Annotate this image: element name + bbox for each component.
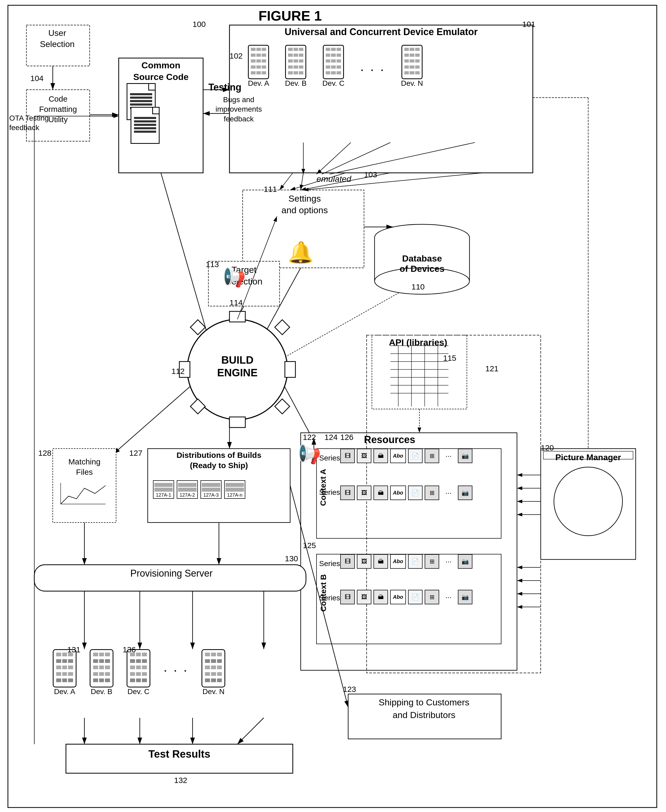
svg-rect-30 bbox=[541, 449, 636, 559]
ref-120: 120 bbox=[541, 443, 554, 452]
svg-line-23 bbox=[114, 377, 201, 454]
svg-line-60 bbox=[237, 718, 264, 744]
distributions-label: Distributions of Builds (Ready to Ship) bbox=[149, 450, 289, 470]
bottom-dev-a: Dev. A bbox=[53, 687, 76, 696]
ota-testing-label: OTA Testing feedback bbox=[9, 114, 49, 133]
context-b-label: Context B bbox=[319, 574, 328, 612]
ref-131: 131 bbox=[67, 645, 81, 654]
svg-rect-27 bbox=[301, 433, 517, 670]
svg-point-63 bbox=[374, 224, 470, 251]
common-source-code-label: CommonSource Code bbox=[121, 59, 201, 83]
svg-line-21 bbox=[277, 280, 422, 361]
target-megaphone-icon: 📢 bbox=[223, 267, 246, 288]
svg-rect-74 bbox=[275, 320, 290, 335]
picture-manager-label: Picture Manager bbox=[543, 452, 633, 462]
ref-123: 123 bbox=[343, 685, 356, 694]
ref-128: 128 bbox=[38, 449, 51, 457]
matching-files-chart bbox=[58, 480, 108, 507]
bugs-feedback-label: Bugs and improvements feedback bbox=[206, 95, 272, 124]
svg-line-14 bbox=[322, 142, 391, 174]
svg-line-13 bbox=[317, 142, 351, 174]
context-b-series1-icons: 🎞 🖼 🏔 Abo 📄 ⊞ ··· 📷 bbox=[340, 554, 472, 569]
svg-line-15 bbox=[330, 142, 475, 174]
context-b-series-n-icons: 🎞 🖼 🏔 Abo 📄 ⊞ ··· 📷 bbox=[340, 590, 472, 604]
resources-megaphone-icon: 📢 bbox=[298, 443, 321, 465]
ref-110: 110 bbox=[412, 282, 425, 291]
database-label: Database of Devices bbox=[391, 253, 454, 274]
dev-a-label: Dev. A bbox=[248, 79, 269, 87]
ref-132: 132 bbox=[174, 776, 187, 785]
svg-rect-73 bbox=[190, 320, 206, 335]
universal-emulator-label: Universal and Concurrent Device Emulator bbox=[231, 26, 531, 38]
ref-122: 122 bbox=[303, 433, 316, 442]
provisioning-server-label: Provisioning Server bbox=[66, 568, 277, 579]
svg-point-31 bbox=[554, 467, 623, 536]
svg-rect-69 bbox=[229, 311, 245, 322]
svg-rect-70 bbox=[229, 417, 245, 427]
testing-label: Testing bbox=[208, 82, 241, 93]
build-distribution-boxes: 127A-1 127A-2 127A-3 127A-n bbox=[153, 480, 245, 499]
settings-options-label: Settings and options bbox=[248, 193, 361, 216]
ref-114: 114 bbox=[229, 298, 243, 307]
dev-b-label: Dev. B bbox=[285, 79, 307, 87]
ref-113: 113 bbox=[206, 260, 219, 269]
bottom-dev-c: Dev. C bbox=[127, 687, 150, 696]
bottom-dev-b: Dev. B bbox=[90, 687, 114, 696]
settings-icon: 🔔 bbox=[287, 240, 314, 265]
ref-136: 136 bbox=[123, 645, 136, 654]
api-libraries-label: API (libraries) bbox=[377, 337, 459, 348]
emulated-label: emulated bbox=[317, 174, 351, 184]
shipping-label: Shipping to Customers and Distributors bbox=[351, 696, 497, 721]
ref-111: 111 bbox=[264, 185, 277, 194]
ref-127: 127 bbox=[129, 449, 142, 457]
ref-115: 115 bbox=[443, 353, 456, 363]
svg-line-20 bbox=[229, 306, 244, 332]
svg-rect-88 bbox=[367, 335, 541, 673]
ref-125: 125 bbox=[303, 541, 316, 550]
common-source-doc-icons bbox=[123, 82, 160, 145]
context-a-label: Context A bbox=[319, 469, 328, 506]
ref-121: 121 bbox=[485, 364, 498, 373]
svg-line-22 bbox=[161, 173, 208, 338]
dev-n-label: Dev. N bbox=[401, 79, 423, 87]
context-a-series-n-icons: 🎞 🖼 🏔 Abo 📄 ⊞ ··· 📷 bbox=[340, 485, 472, 500]
build-engine-label: BUILD ENGINE bbox=[210, 353, 265, 379]
resources-label: Resources bbox=[364, 434, 415, 446]
ref-104: 104 bbox=[30, 74, 43, 83]
svg-rect-76 bbox=[275, 399, 290, 414]
diagram-container: FIGURE 1 User Selection 104 Code Formatt… bbox=[0, 0, 666, 812]
user-selection-label: User Selection bbox=[30, 28, 85, 50]
test-results-label: Test Results bbox=[69, 748, 290, 760]
ref-101: 101 bbox=[522, 20, 536, 29]
matching-files-label: Matching Files bbox=[54, 457, 115, 477]
ref-112: 112 bbox=[171, 367, 185, 376]
emulator-devices: Dev. A Dev. B Dev. C · · · bbox=[248, 45, 423, 87]
svg-rect-72 bbox=[285, 361, 295, 377]
bottom-phones: Dev. A Dev. B Dev. C · · · bbox=[53, 649, 225, 696]
context-a-series1-icons: 🎞 🖼 🏔 Abo 📄 ⊞ ··· 📷 bbox=[340, 449, 498, 463]
ref-126: 126 bbox=[340, 433, 353, 442]
figure-title: FIGURE 1 bbox=[259, 8, 322, 24]
ref-102: 102 bbox=[229, 51, 243, 60]
ref-103: 103 bbox=[364, 170, 377, 179]
ref-100: 100 bbox=[193, 20, 206, 29]
svg-line-93 bbox=[301, 173, 303, 190]
svg-line-89 bbox=[280, 173, 293, 190]
svg-rect-75 bbox=[190, 399, 206, 414]
bottom-dev-n: Dev. N bbox=[201, 687, 225, 696]
ref-130: 130 bbox=[285, 554, 298, 563]
ref-124: 124 bbox=[325, 433, 338, 442]
dev-c-label: Dev. C bbox=[322, 79, 345, 87]
